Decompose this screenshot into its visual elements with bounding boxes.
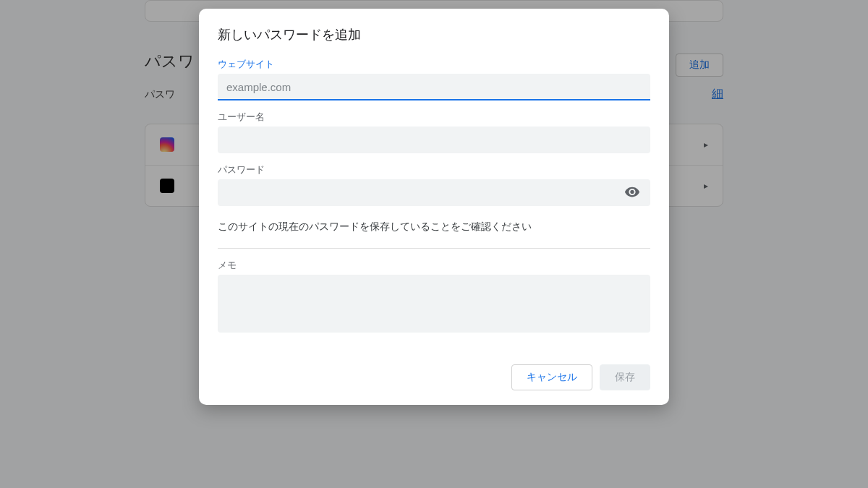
eye-icon: [624, 184, 640, 200]
memo-label: メモ: [218, 259, 650, 272]
username-label: ユーザー名: [218, 111, 650, 124]
show-password-button[interactable]: [621, 181, 643, 205]
memo-input[interactable]: [218, 275, 650, 333]
website-label: ウェブサイト: [218, 58, 650, 71]
dialog-title: 新しいパスワードを追加: [218, 26, 650, 43]
website-input[interactable]: [218, 74, 650, 100]
dialog-footer: キャンセル 保存: [218, 364, 650, 390]
helper-text: このサイトの現在のパスワードを保存していることをご確認ください: [218, 221, 650, 249]
cancel-button[interactable]: キャンセル: [511, 364, 592, 390]
username-input[interactable]: [218, 127, 650, 153]
save-button[interactable]: 保存: [600, 364, 650, 390]
add-password-dialog: 新しいパスワードを追加 ウェブサイト ユーザー名 パスワード このサイトの現在の…: [199, 9, 669, 405]
password-input[interactable]: [218, 179, 650, 206]
password-label: パスワード: [218, 163, 650, 176]
